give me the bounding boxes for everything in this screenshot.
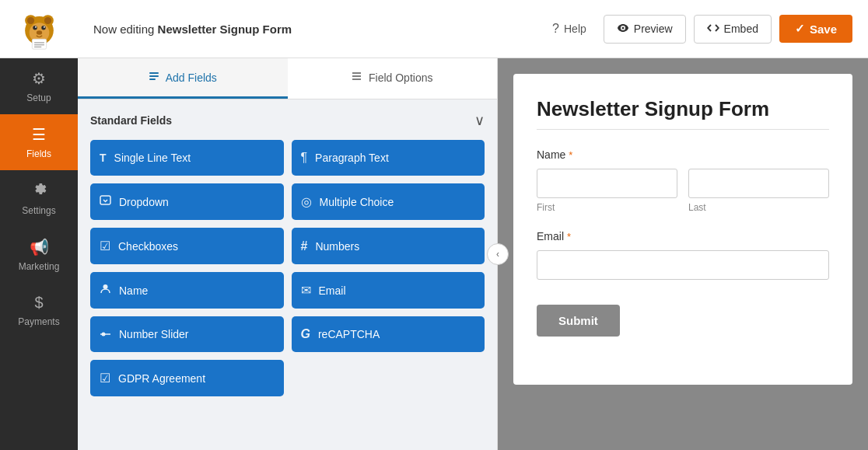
dropdown-icon xyxy=(100,194,111,209)
name-first-col: First xyxy=(537,169,677,213)
field-btn-dropdown[interactable]: Dropdown xyxy=(90,183,284,220)
field-btn-label: Number Slider xyxy=(119,328,188,340)
header: Now editing Newsletter Signup Form ? Hel… xyxy=(78,0,868,58)
tab-add-fields[interactable]: Add Fields xyxy=(78,58,288,99)
name-first-input[interactable] xyxy=(537,169,677,198)
preview-label: Preview xyxy=(634,23,673,35)
svg-point-24 xyxy=(102,333,106,337)
sidebar-item-payments[interactable]: $ Payments xyxy=(0,283,78,338)
embed-label: Embed xyxy=(724,23,758,35)
field-btn-label: Multiple Choice xyxy=(320,196,394,208)
form-divider xyxy=(537,129,829,130)
fields-panel: Standard Fields ∨ T Single Line Text ¶ P… xyxy=(78,99,497,450)
logo-icon xyxy=(18,8,61,51)
sidebar-item-label: Payments xyxy=(18,316,59,327)
header-actions: ? Help Preview Embed ✓ Save xyxy=(543,15,852,44)
field-btn-numbers[interactable]: # Numbers xyxy=(292,228,485,264)
left-panel: Add Fields Field Options Standard Fields… xyxy=(78,58,498,450)
field-btn-checkboxes[interactable]: ☑ Checkboxes xyxy=(90,228,284,264)
field-btn-paragraph-text[interactable]: ¶ Paragraph Text xyxy=(292,140,485,176)
recaptcha-icon: G xyxy=(301,327,310,341)
sidebar-item-marketing[interactable]: 📢 Marketing xyxy=(0,227,78,283)
email-label: Email * xyxy=(537,230,829,242)
form-name: Newsletter Signup Form xyxy=(158,23,292,36)
payments-icon: $ xyxy=(34,294,43,312)
svg-rect-15 xyxy=(149,72,159,74)
svg-point-4 xyxy=(44,16,51,23)
svg-rect-16 xyxy=(149,75,159,77)
svg-point-22 xyxy=(103,284,108,289)
collapse-icon[interactable]: ∨ xyxy=(474,112,485,129)
svg-rect-21 xyxy=(100,196,110,204)
save-button[interactable]: ✓ Save xyxy=(779,15,852,43)
sidebar-item-label: Settings xyxy=(22,205,55,216)
svg-point-8 xyxy=(35,26,37,27)
field-btn-label: Single Line Text xyxy=(114,152,191,164)
left-panel-wrap: Add Fields Field Options Standard Fields… xyxy=(78,58,498,450)
svg-rect-17 xyxy=(149,78,156,80)
submit-button[interactable]: Submit xyxy=(537,305,620,337)
name-last-sublabel: Last xyxy=(688,202,829,213)
numbers-icon: # xyxy=(301,239,308,253)
form-title: Newsletter Signup Form xyxy=(537,97,829,121)
embed-button[interactable]: Embed xyxy=(694,15,772,44)
field-btn-gdpr[interactable]: ☑ GDPR Agreement xyxy=(90,360,284,396)
single-line-text-icon: T xyxy=(100,152,107,164)
eye-icon xyxy=(617,22,629,37)
field-btn-label: Paragraph Text xyxy=(315,152,389,164)
tab-add-fields-label: Add Fields xyxy=(166,72,217,84)
field-btn-number-slider[interactable]: Number Slider xyxy=(90,316,284,352)
section-title: Standard Fields xyxy=(90,114,172,127)
main-area: Now editing Newsletter Signup Form ? Hel… xyxy=(78,0,868,450)
field-btn-email[interactable]: ✉ Email xyxy=(292,272,485,309)
header-title: Now editing Newsletter Signup Form xyxy=(93,23,530,36)
sidebar-item-settings[interactable]: Settings xyxy=(0,170,78,227)
checkmark-icon: ✓ xyxy=(795,22,805,36)
checkboxes-icon: ☑ xyxy=(100,239,110,253)
marketing-icon: 📢 xyxy=(30,238,49,256)
field-btn-label: Name xyxy=(119,284,148,297)
add-fields-icon xyxy=(149,71,159,84)
svg-point-10 xyxy=(36,30,41,34)
sidebar-item-label: Setup xyxy=(26,92,51,103)
collapse-arrow-icon: ‹ xyxy=(496,249,499,260)
svg-point-9 xyxy=(44,26,45,27)
fields-grid: T Single Line Text ¶ Paragraph Text xyxy=(90,140,485,396)
form-preview-area: Newsletter Signup Form Name * First xyxy=(498,58,868,450)
name-last-col: Last xyxy=(688,169,829,213)
field-btn-label: GDPR Agreement xyxy=(118,372,205,385)
svg-point-7 xyxy=(41,25,46,30)
help-button[interactable]: ? Help xyxy=(543,16,596,42)
tabs: Add Fields Field Options xyxy=(78,58,497,99)
form-preview: Newsletter Signup Form Name * First xyxy=(513,74,852,385)
save-label: Save xyxy=(810,23,837,36)
field-btn-multiple-choice[interactable]: ◎ Multiple Choice xyxy=(292,183,485,220)
submit-label: Submit xyxy=(558,314,598,327)
section-header: Standard Fields ∨ xyxy=(90,112,485,129)
field-options-icon xyxy=(352,71,362,84)
name-last-input[interactable] xyxy=(688,169,829,198)
field-btn-label: Numbers xyxy=(315,240,359,253)
field-btn-recaptcha[interactable]: G reCAPTCHA xyxy=(292,316,485,352)
sidebar-item-label: Marketing xyxy=(19,261,60,272)
help-label: Help xyxy=(564,23,586,35)
tab-field-options-label: Field Options xyxy=(369,72,432,84)
email-input[interactable] xyxy=(537,250,829,280)
email-field-group: Email * xyxy=(537,230,829,280)
settings-icon xyxy=(31,181,47,201)
email-icon: ✉ xyxy=(301,283,311,298)
question-icon: ? xyxy=(552,22,559,36)
sidebar-logo xyxy=(0,0,78,58)
fields-icon: ☰ xyxy=(32,125,46,144)
tab-field-options[interactable]: Field Options xyxy=(288,58,498,99)
field-btn-label: Email xyxy=(319,284,346,297)
field-btn-name[interactable]: Name xyxy=(90,272,284,309)
sidebar-item-fields[interactable]: ☰ Fields xyxy=(0,114,78,170)
sidebar-item-setup[interactable]: ⚙ Setup xyxy=(0,58,78,114)
collapse-panel-button[interactable]: ‹ xyxy=(487,243,509,265)
content-area: Add Fields Field Options Standard Fields… xyxy=(78,58,868,450)
preview-button[interactable]: Preview xyxy=(604,15,686,44)
field-btn-single-line-text[interactable]: T Single Line Text xyxy=(90,140,284,176)
setup-icon: ⚙ xyxy=(32,69,46,88)
name-inputs: First Last xyxy=(537,169,829,213)
